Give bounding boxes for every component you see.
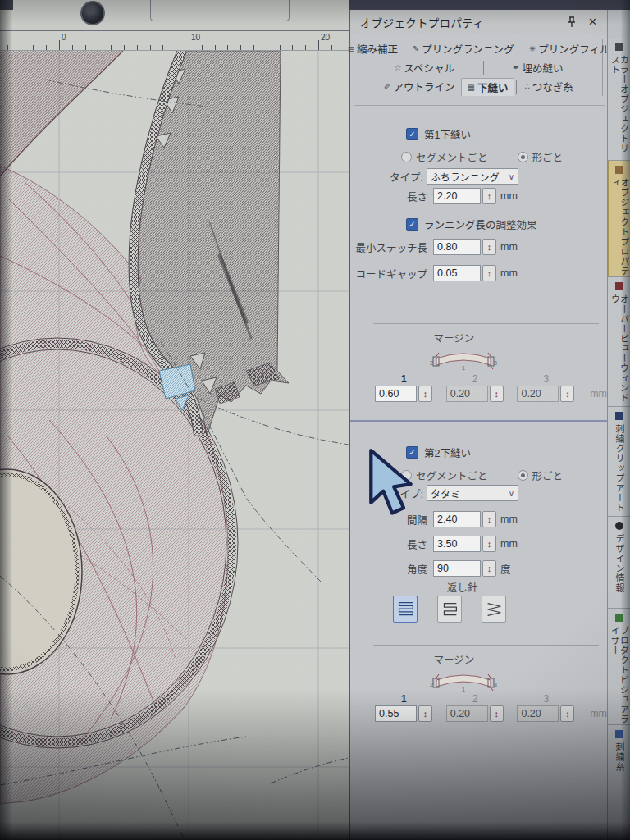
svg-text:1: 1 [462, 686, 466, 692]
object-properties-icon [615, 166, 623, 174]
spinner-control[interactable]: ↕ [482, 239, 496, 255]
shrink-compensation-icon: ≣ [348, 44, 354, 53]
spinner-control[interactable]: ↕ [482, 265, 496, 281]
underlay2-type-dropdown[interactable]: タタミ ∨ [427, 485, 518, 501]
margin1-field1-input[interactable] [375, 386, 417, 402]
underlay1-checkbox[interactable]: ✓ [406, 128, 418, 140]
min-stitch-label: 最小ステッチ長 [355, 240, 427, 255]
underlay1-length-input[interactable] [433, 188, 481, 204]
dock-tab-overview-window[interactable]: オーバービューウィンドウ [608, 277, 630, 407]
spinner-control[interactable]: ↕ [482, 188, 496, 204]
dock-tab-product-visualizer[interactable]: プロダクトビジュアライザー [608, 609, 630, 725]
dock-tab-strip: カラーオブジェクトリスト オブジェクトプロパティ オーバービューウィンドウ 刺繍… [607, 0, 630, 840]
embroidery-design [0, 51, 349, 840]
zigzag-icon [483, 600, 504, 619]
ruler-minor-tick [21, 45, 21, 50]
dock-tab-color-object-list[interactable]: カラーオブジェクトリスト [608, 38, 630, 161]
underlay1-type-dropdown[interactable]: ふちランニング ∨ [427, 168, 518, 185]
svg-text:2: 2 [430, 681, 434, 688]
ruler-minor-tick [240, 45, 241, 50]
product-visualizer-icon [615, 614, 623, 622]
tab-underlay[interactable]: ▦ 下縫い [461, 78, 515, 96]
dock-tab-design-information[interactable]: デザイン情報 [608, 517, 630, 609]
ruler-minor-tick [280, 45, 281, 50]
margin2-field3-input [517, 705, 559, 722]
tab-connector-thread[interactable]: ∴ つなぎ糸 [518, 78, 578, 95]
margin2-field1-input[interactable] [375, 705, 417, 722]
panel-title-bar: オブジェクトプロパティ ✕ [350, 10, 607, 34]
tab-outline[interactable]: ✐ アウトライン [378, 78, 460, 95]
dock-tab-embroidery-thread[interactable]: 刺繍糸 [608, 725, 630, 797]
panel-title: オブジェクトプロパティ [360, 14, 566, 30]
svg-text:2: 2 [430, 359, 434, 367]
spinner-control[interactable]: ↕ [418, 705, 432, 722]
underlay1-label: 第1下縫い [424, 126, 471, 142]
tab-shrink-compensation[interactable]: ≣ 縮み補正 [342, 40, 404, 57]
margin1-diagram: 2 3 1 [429, 343, 498, 371]
backstitch-option-zigzag[interactable] [482, 596, 506, 623]
spinner-control[interactable]: ↕ [560, 705, 574, 722]
ruler-minor-tick [85, 45, 86, 50]
underlay2-length-input[interactable] [433, 536, 481, 552]
object-properties-panel: オブジェクトプロパティ ✕ ≣ 縮み補正 ✎ プリングランニング ✳ プリングフ… [349, 0, 607, 840]
ruler-minor-tick [7, 45, 8, 50]
ruler-minor-tick [215, 45, 216, 50]
spinner-control[interactable]: ↕ [490, 386, 504, 402]
design-information-icon [615, 522, 623, 530]
connector-thread-icon: ∴ [524, 82, 529, 91]
spinner-control[interactable]: ↕ [482, 560, 496, 577]
ruler-tick-label: 20 [321, 33, 330, 42]
running-adjust-checkbox[interactable]: ✓ [406, 218, 418, 231]
ruler-minor-tick [98, 45, 98, 50]
backstitch-option-serpentine-open[interactable] [437, 596, 462, 623]
margin1-field3-input [517, 386, 559, 402]
spinner-control[interactable]: ↕ [560, 386, 574, 402]
underlay1-type-label: タイプ: [390, 169, 423, 185]
svg-text:3: 3 [494, 681, 498, 688]
tab-pull-fill[interactable]: ✳ プリングフィル [523, 40, 616, 57]
panel-tabs: ≣ 縮み補正 ✎ プリングランニング ✳ プリングフィル ☆ スペシャル [355, 39, 603, 96]
ruler-tick-label: 10 [191, 33, 200, 42]
margin2-field2-input [446, 705, 488, 722]
dock-tab-object-properties[interactable]: オブジェクトプロパティ [608, 161, 630, 277]
ruler-major-tick [59, 40, 60, 50]
chord-gap-input[interactable] [433, 265, 481, 281]
close-icon[interactable]: ✕ [588, 16, 597, 28]
ruler-major-tick [318, 40, 319, 50]
spinner-control[interactable]: ↕ [482, 536, 496, 552]
pull-running-icon: ✎ [413, 44, 419, 53]
design-canvas-area[interactable]: 01020 [0, 0, 349, 840]
toolbar-dropdown-outline[interactable] [150, 0, 290, 21]
backstitch-option-serpentine-dense[interactable] [393, 596, 418, 623]
tab-fill-stitch[interactable]: ✒ 埋め縫い [507, 59, 568, 76]
tab-pull-running[interactable]: ✎ プリングランニング [407, 40, 520, 57]
serpentine-dense-icon [395, 600, 416, 619]
spacing-input[interactable] [433, 511, 481, 527]
underlay1-length-label: 長さ [407, 189, 427, 204]
window-corner [0, 0, 13, 10]
tab-special[interactable]: ☆ スペシャル [388, 59, 460, 76]
spinner-control[interactable]: ↕ [482, 511, 496, 527]
design-canvas[interactable] [0, 51, 349, 840]
pin-icon[interactable] [566, 16, 578, 29]
spinner-control[interactable]: ↕ [490, 705, 504, 722]
angle-input[interactable] [433, 560, 481, 577]
svg-text:3: 3 [494, 359, 498, 367]
horizontal-ruler: 01020 [0, 30, 349, 51]
ruler-minor-tick [72, 45, 73, 50]
spinner-control[interactable]: ↕ [418, 386, 432, 402]
underlay1-radio-per-segment[interactable]: セグメントごと [401, 149, 488, 165]
ruler-minor-tick [202, 45, 203, 50]
underlay1-radio-per-shape[interactable]: 形ごと [518, 149, 564, 165]
ruler-minor-tick [292, 45, 293, 50]
ruler-minor-tick [33, 45, 34, 50]
ruler-minor-tick [267, 45, 267, 50]
special-star-icon: ☆ [394, 63, 401, 72]
toolbar-knob-icon[interactable] [80, 1, 105, 25]
dock-tab-embroidery-clipart[interactable]: 刺繍クリップアート [608, 407, 630, 517]
chevron-down-icon: ∨ [509, 172, 518, 181]
ruler-minor-tick [305, 45, 306, 50]
overview-window-icon [615, 282, 623, 290]
underlay2-radio-per-shape[interactable]: 形ごと [518, 468, 564, 483]
min-stitch-input[interactable] [433, 239, 481, 255]
